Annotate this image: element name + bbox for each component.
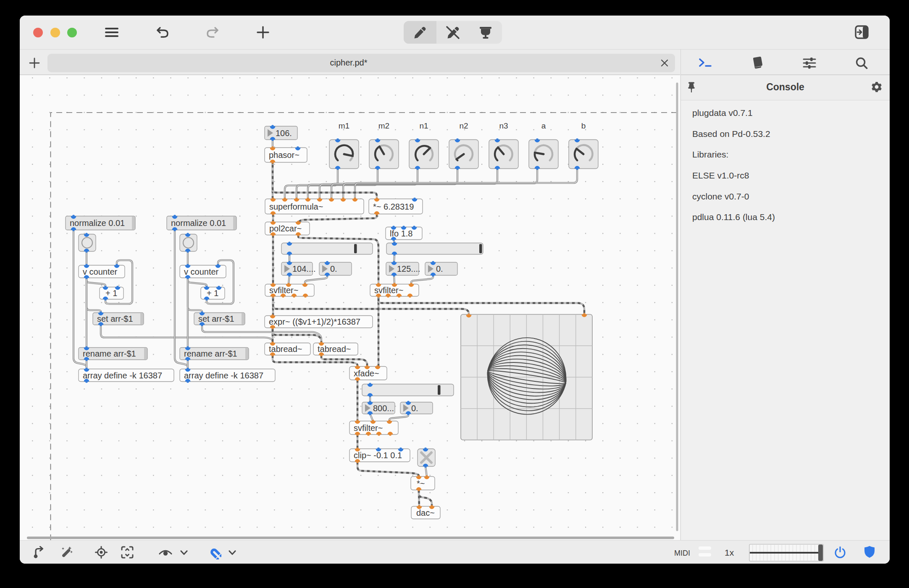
svg-text:m2: m2 [378, 121, 389, 130]
svg-text:lfo 1.8: lfo 1.8 [390, 228, 412, 238]
svg-text:n1: n1 [419, 121, 428, 130]
svg-text:normalize 0.01: normalize 0.01 [70, 218, 125, 228]
svg-text:*~ 6.28319: *~ 6.28319 [373, 202, 414, 211]
svg-text:a: a [541, 121, 546, 130]
svg-text:0.: 0. [436, 264, 443, 273]
svg-text:125....: 125.... [397, 264, 420, 273]
svg-text:svfilter~: svfilter~ [269, 286, 298, 295]
svg-text:svfilter~: svfilter~ [354, 423, 383, 432]
svg-text:dac~: dac~ [416, 508, 435, 517]
svg-text:normalize 0.01: normalize 0.01 [171, 218, 226, 228]
svg-text:tabread~: tabread~ [269, 344, 302, 354]
svg-text:superformula~: superformula~ [269, 202, 323, 211]
svg-text:n3: n3 [499, 121, 508, 130]
svg-text:b: b [581, 121, 586, 130]
svg-text:pol2car~: pol2car~ [269, 224, 302, 233]
svg-text:phasor~: phasor~ [269, 150, 299, 160]
svg-text:v counter: v counter [184, 267, 219, 276]
svg-text:xfade~: xfade~ [354, 368, 379, 378]
svg-text:0.: 0. [411, 403, 418, 412]
svg-text:m1: m1 [339, 121, 349, 130]
svg-text:array define -k 16387: array define -k 16387 [184, 370, 263, 380]
svg-text:+ 1: + 1 [105, 289, 117, 298]
svg-text:v counter: v counter [83, 267, 118, 276]
svg-text:*~: *~ [417, 478, 425, 488]
svg-text:106.: 106. [276, 128, 292, 137]
svg-text:rename arr-$1: rename arr-$1 [83, 349, 136, 358]
svg-text:0.: 0. [330, 264, 337, 273]
svg-text:104....: 104.... [292, 264, 316, 273]
svg-text:tabread~: tabread~ [318, 344, 351, 354]
svg-text:clip~ -0.1 0.1: clip~ -0.1 0.1 [354, 451, 402, 460]
svg-text:800...: 800... [373, 403, 394, 412]
svg-text:set arr-$1: set arr-$1 [198, 314, 234, 323]
svg-text:svfilter~: svfilter~ [374, 286, 403, 295]
svg-text:expr~ (($v1+1)/2)*16387: expr~ (($v1+1)/2)*16387 [269, 317, 360, 326]
svg-text:array define -k 16387: array define -k 16387 [83, 370, 162, 380]
svg-text:rename arr-$1: rename arr-$1 [184, 349, 237, 358]
svg-text:set arr-$1: set arr-$1 [97, 314, 133, 323]
svg-text:+ 1: + 1 [207, 289, 218, 298]
svg-text:n2: n2 [459, 121, 468, 130]
